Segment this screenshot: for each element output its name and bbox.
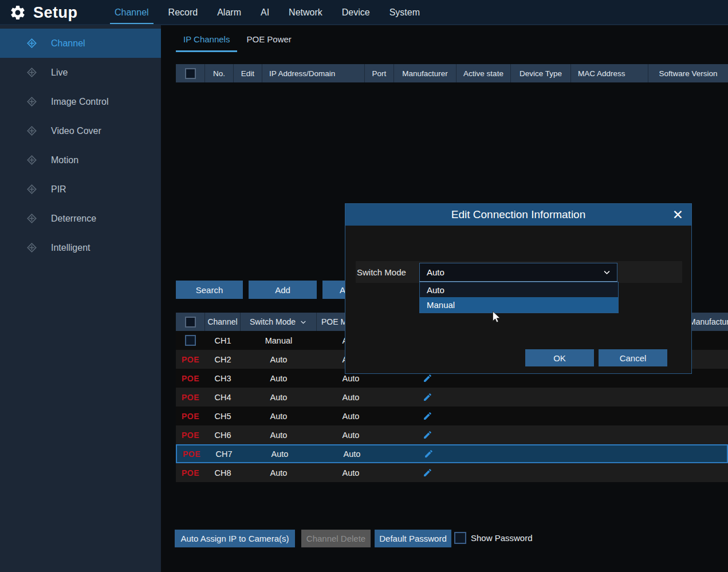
col-active-state: Active state [457, 64, 511, 82]
nav-record[interactable]: Record [168, 0, 198, 25]
default-password-button[interactable]: Default Password [375, 530, 451, 547]
tab-poe-power[interactable]: POE Power [246, 31, 291, 52]
app-logo: Setup [9, 0, 78, 25]
diamond-crosshair-icon [26, 67, 37, 78]
add-button[interactable]: Add [249, 281, 317, 299]
diamond-crosshair-icon [26, 125, 37, 136]
channel-cell: CH5 [205, 407, 241, 425]
ip-table-header: No. Edit IP Address/Domain Port Manufact… [176, 64, 728, 82]
content-tabs: IP Channels POE Power [183, 31, 292, 52]
poe-mode-cell: Auto [317, 425, 385, 444]
sidebar-item-label: Channel [51, 38, 85, 49]
select-all-cell [176, 64, 205, 82]
poe-badge: POE [182, 393, 199, 402]
poe-badge: POE [182, 468, 199, 478]
switch-mode-cell: Auto [242, 445, 318, 462]
sidebar-item-label: Video Cover [51, 126, 101, 136]
tab-ip-channels[interactable]: IP Channels [183, 31, 230, 52]
poe-badge: POE [182, 431, 199, 440]
nav-system[interactable]: System [389, 0, 420, 25]
nav-channel[interactable]: Channel [115, 0, 149, 25]
top-nav: Channel Record Alarm AI Network Device S… [115, 0, 420, 25]
diamond-crosshair-icon [26, 38, 37, 49]
row-checkbox[interactable] [185, 335, 196, 346]
channel-delete-button[interactable]: Channel Delete [301, 530, 371, 547]
top-bar: Setup Channel Record Alarm AI Network De… [0, 0, 728, 25]
channel-cell: CH7 [206, 445, 242, 462]
nav-device[interactable]: Device [342, 0, 370, 25]
show-password-checkbox[interactable] [454, 532, 466, 544]
table-row-ch7-selected[interactable]: POE CH7 Auto Auto [176, 444, 728, 463]
table-row-ch6[interactable]: POE CH6 Auto Auto [176, 425, 728, 444]
switch-mode-cell: Auto [241, 388, 317, 407]
table-row-ch5[interactable]: POE CH5 Auto Auto [176, 407, 728, 425]
col-switch-mode[interactable]: Switch Mode [241, 313, 317, 331]
sidebar-item-label: Image Control [51, 97, 109, 107]
poe-mode-cell: Auto [317, 388, 385, 407]
poe-badge: POE [182, 374, 199, 383]
edit-pencil-icon[interactable] [423, 392, 432, 402]
sidebar-item-deterrence[interactable]: Deterrence [0, 204, 161, 233]
switch-mode-cell: Auto [241, 350, 317, 369]
show-password-label: Show Password [471, 533, 533, 543]
poe-mode-cell: Auto [318, 445, 386, 462]
col-ip-address: IP Address/Domain [262, 64, 365, 82]
select-all-checkbox[interactable] [185, 317, 196, 328]
diamond-crosshair-icon [26, 242, 37, 253]
edit-pencil-icon[interactable] [423, 373, 432, 383]
poe-mode-cell: Auto [317, 463, 385, 482]
sidebar-item-live[interactable]: Live [0, 58, 161, 87]
channel-cell: CH8 [205, 463, 241, 482]
col-manufacturer: Manufacturer [394, 64, 457, 82]
search-button[interactable]: Search [176, 281, 243, 299]
col-channel: Channel [205, 313, 241, 331]
sidebar-item-label: Motion [51, 155, 78, 165]
switch-mode-cell: Manual [241, 331, 317, 350]
selected-value: Auto [427, 267, 444, 277]
diamond-crosshair-icon [26, 155, 37, 165]
select-all-cell [176, 313, 205, 331]
table-row-ch4[interactable]: POE CH4 Auto Auto [176, 388, 728, 407]
col-device-type: Device Type [511, 64, 571, 82]
cancel-button[interactable]: Cancel [599, 349, 667, 366]
poe-mode-cell: Auto [317, 407, 385, 425]
col-edit: Edit [234, 64, 262, 82]
col-mac-address: MAC Address [571, 64, 648, 82]
app-title: Setup [33, 4, 78, 22]
poe-badge: POE [183, 449, 200, 459]
sidebar-item-pir[interactable]: PIR [0, 175, 161, 204]
diamond-crosshair-icon [26, 213, 37, 224]
table-row-ch8[interactable]: POE CH8 Auto Auto [176, 463, 728, 482]
ok-button[interactable]: OK [525, 349, 594, 366]
channel-cell: CH6 [205, 425, 241, 444]
poe-badge: POE [182, 355, 199, 364]
nav-network[interactable]: Network [289, 0, 322, 25]
sidebar-item-label: PIR [51, 184, 66, 195]
gear-icon [9, 4, 26, 21]
sidebar-item-video-cover[interactable]: Video Cover [0, 116, 161, 145]
nav-ai[interactable]: AI [261, 0, 269, 25]
sidebar-item-image-control[interactable]: Image Control [0, 87, 161, 116]
sidebar-item-intelligent[interactable]: Intelligent [0, 233, 161, 262]
nav-alarm[interactable]: Alarm [217, 0, 241, 25]
option-auto[interactable]: Auto [420, 282, 618, 297]
edit-pencil-icon[interactable] [423, 411, 432, 421]
sidebar-item-motion[interactable]: Motion [0, 145, 161, 175]
close-icon[interactable]: ✕ [672, 206, 683, 223]
channel-cell: CH3 [205, 369, 241, 388]
select-all-checkbox[interactable] [185, 68, 196, 79]
sidebar-item-label: Live [51, 68, 68, 78]
edit-pencil-icon[interactable] [423, 430, 432, 440]
switch-mode-select[interactable]: Auto [419, 263, 617, 282]
auto-assign-ip-button[interactable]: Auto Assign IP to Camera(s) [175, 530, 295, 547]
sidebar-item-channel[interactable]: Channel [0, 29, 161, 58]
edit-pencil-icon[interactable] [424, 449, 434, 459]
channel-cell: CH1 [205, 331, 241, 350]
poe-badge: POE [182, 412, 199, 421]
diamond-crosshair-icon [26, 96, 37, 107]
switch-mode-cell: Auto [241, 369, 317, 388]
edit-pencil-icon[interactable] [423, 468, 432, 478]
edit-connection-dialog: Edit Connection Information ✕ Switch Mod… [345, 203, 692, 374]
option-manual[interactable]: Manual [420, 297, 618, 313]
chevron-down-icon [603, 268, 611, 277]
